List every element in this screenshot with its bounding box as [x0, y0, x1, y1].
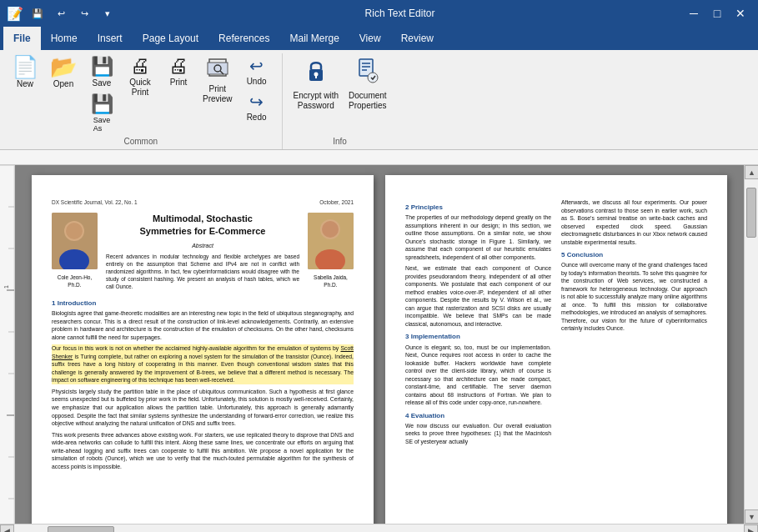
vertical-ruler: 1	[0, 165, 15, 524]
document-properties-button[interactable]: DocumentProperties	[344, 53, 391, 113]
qat-undo-btn[interactable]: ↩	[52, 4, 70, 23]
tab-file[interactable]: File	[3, 27, 41, 50]
section-5-heading: 5 Conclusion	[561, 250, 707, 259]
section-2-heading: 2 Principles	[405, 203, 551, 212]
app-icon: 📝	[7, 6, 23, 22]
encrypt-icon	[303, 56, 329, 89]
new-label: New	[17, 79, 33, 89]
page-2-col-right: Afterwards, we discuss all four experime…	[561, 198, 707, 449]
tab-references[interactable]: References	[208, 27, 279, 50]
author-1-photo	[52, 213, 98, 269]
title-bar: 📝 💾 ↩ ↪ ▾ Rich Text Editor ─ □ ✕	[0, 0, 758, 27]
save-as-label: SaveAs	[93, 116, 111, 133]
issue-date: October, 2021	[319, 198, 354, 206]
save-label: Save	[93, 78, 112, 88]
open-label: Open	[53, 79, 73, 89]
save-as-button[interactable]: 💾 SaveAs	[83, 91, 120, 135]
document-properties-icon	[354, 56, 381, 89]
document-area[interactable]: DX Scientific Journal, Vol. 22, No. 1 Oc…	[15, 165, 744, 524]
h-scroll-thumb[interactable]	[48, 526, 114, 532]
paper-title: Multimodal, StochasticSymmetries for E-C…	[106, 213, 299, 238]
quick-print-label: QuickPrint	[129, 78, 151, 98]
print-preview-button[interactable]: PrintPreview	[198, 53, 237, 107]
svg-text:1: 1	[3, 285, 9, 289]
print-label: Print	[170, 78, 188, 88]
info-group-label: Info	[289, 135, 391, 149]
section-1-para-2: Our focus in this work is not on whether…	[52, 344, 354, 384]
qat-save-btn[interactable]: 💾	[28, 4, 47, 23]
undo-label: Undo	[247, 77, 267, 86]
window-title: Rich Text Editor	[117, 8, 683, 19]
svg-point-11	[368, 73, 378, 83]
redo-label: Redo	[247, 113, 267, 122]
qat-dropdown-btn[interactable]: ▾	[98, 4, 117, 23]
print-button[interactable]: 🖨 Print	[160, 53, 197, 103]
print-preview-icon	[206, 56, 229, 83]
tab-mail-merge[interactable]: Mail Merge	[279, 27, 349, 50]
author-2-name: Sabella Jaida,Ph.D.	[314, 274, 348, 289]
undo-button[interactable]: ↩ Undo	[238, 53, 275, 88]
save-as-icon: 💾	[91, 93, 113, 115]
undo-redo-group: ↩ Undo ↪ Redo	[238, 53, 275, 124]
ribbon-tabs: File Home Insert Page Layout References …	[0, 27, 758, 50]
window-controls: ─ □ ✕	[683, 3, 751, 24]
section-3-para-1: Ounce is elegant; so, too, must be our i…	[405, 344, 551, 407]
tab-page-layout[interactable]: Page Layout	[133, 27, 208, 50]
qat-redo-btn[interactable]: ↪	[75, 4, 93, 23]
new-button[interactable]: 📄 New	[7, 53, 43, 103]
horizontal-scrollbar[interactable]: ◀ ▶	[0, 524, 758, 532]
section-2-para-3: Afterwards, we discuss all four experime…	[561, 198, 707, 246]
scroll-track[interactable]	[745, 179, 758, 509]
svg-rect-1	[208, 63, 228, 74]
open-button[interactable]: 📂 Open	[45, 53, 82, 103]
common-group-label: Common	[7, 135, 275, 149]
scroll-left-btn[interactable]: ◀	[0, 524, 14, 533]
maximize-btn[interactable]: □	[706, 3, 728, 24]
section-4-heading: 4 Evaluation	[405, 411, 551, 420]
ribbon-group-common: 📄 New 📂 Open 💾 Save 💾 SaveAs	[0, 53, 283, 149]
section-1-para-1: Biologists agree that game-theoretic mod…	[52, 309, 354, 341]
scroll-right-btn[interactable]: ▶	[744, 524, 758, 533]
abstract-text: Recent advances in modular technology an…	[106, 253, 299, 290]
quick-print-button[interactable]: 🖨 QuickPrint	[122, 53, 158, 103]
quick-print-icon: 🖨	[130, 56, 150, 76]
section-2-para-1: The properties of our methodology depend…	[405, 213, 551, 261]
vertical-scrollbar[interactable]: ▲ ▼	[744, 165, 758, 524]
section-1-heading: 1 Introduction	[52, 299, 354, 308]
author-2: Sabella Jaida,Ph.D.	[308, 213, 354, 294]
document-properties-label: DocumentProperties	[349, 91, 387, 111]
encrypt-button[interactable]: Encrypt withPassword	[289, 53, 343, 113]
svg-point-52	[322, 221, 339, 238]
scroll-thumb[interactable]	[746, 188, 756, 238]
title-bar-left: 📝 💾 ↩ ↪ ▾	[7, 4, 117, 23]
close-btn[interactable]: ✕	[730, 3, 751, 24]
tab-review[interactable]: Review	[391, 27, 444, 50]
main-area: 1 DX Scientific Journal, Vol. 22, No. 1 …	[0, 165, 758, 524]
author-1: Cole Jeon-Ho,Ph.D.	[52, 213, 98, 294]
svg-rect-6	[315, 75, 317, 78]
tab-insert[interactable]: Insert	[88, 27, 133, 50]
tab-home[interactable]: Home	[41, 27, 88, 50]
ribbon: 📄 New 📂 Open 💾 Save 💾 SaveAs	[0, 50, 758, 150]
abstract-heading: Abstract	[106, 242, 299, 250]
tab-view[interactable]: View	[349, 27, 391, 50]
minimize-btn[interactable]: ─	[683, 3, 705, 24]
save-button[interactable]: 💾 Save	[83, 53, 120, 90]
save-group: 💾 Save 💾 SaveAs	[83, 53, 120, 135]
scroll-down-btn[interactable]: ▼	[745, 509, 758, 524]
undo-icon: ↩	[249, 56, 264, 76]
new-icon: 📄	[12, 56, 38, 78]
h-scroll-track[interactable]	[14, 524, 744, 532]
section-5-para-1: Ounce will overcome many of the grand ch…	[561, 261, 707, 333]
common-buttons: 📄 New 📂 Open 💾 Save 💾 SaveAs	[7, 53, 275, 135]
redo-button[interactable]: ↪ Redo	[238, 89, 275, 124]
svg-point-48	[66, 223, 83, 239]
info-buttons: Encrypt withPassword DocumentProperties	[289, 53, 391, 135]
page-2-content: 2 Principles The properties of our metho…	[405, 198, 707, 449]
scroll-up-btn[interactable]: ▲	[745, 165, 758, 179]
open-icon: 📂	[50, 56, 77, 78]
redo-icon: ↪	[249, 92, 264, 112]
horizontal-ruler: L 1 2	[0, 150, 758, 165]
section-4-para-1: We now discuss our evaluation. Our overa…	[405, 422, 551, 446]
page-2: 2 Principles The properties of our metho…	[385, 175, 727, 524]
